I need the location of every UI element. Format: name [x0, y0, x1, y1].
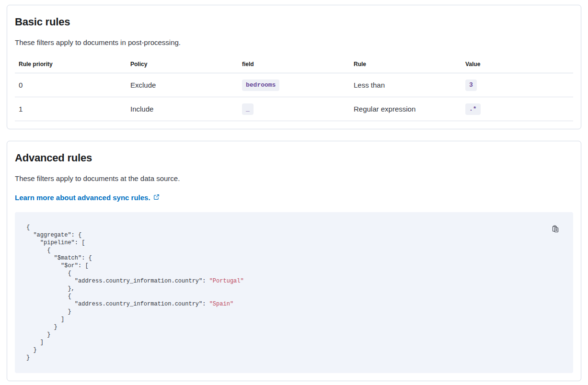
column-header-rule-priority: Rule priority [15, 60, 127, 73]
column-header-rule: Rule [350, 60, 461, 73]
copy-button[interactable] [551, 224, 560, 234]
code-line: "address.country_information.country": "… [26, 300, 562, 308]
code-line: { [26, 270, 562, 277]
advanced-rules-code-block: { "aggregate": { "pipeline": [ { "$match… [15, 212, 573, 373]
cell-policy: Include [127, 97, 238, 121]
basic-rules-table: Rule priorityPolicyfieldRuleValue 0Exclu… [15, 60, 573, 121]
cell-value: 3 [461, 73, 573, 97]
code-string-value: "Spain" [209, 301, 233, 307]
advanced-sync-rules-link-label: Learn more about advanced sync rules. [15, 192, 150, 203]
code-line: } [26, 346, 562, 354]
table-row: 0ExcludebedroomsLess than3 [15, 73, 573, 97]
copy-icon [552, 225, 559, 233]
field-code-badge: _ [242, 103, 254, 115]
code-line: "aggregate": { [26, 231, 562, 239]
cell-rule: Regular expression [350, 97, 461, 121]
cell-rule-priority: 0 [15, 73, 127, 97]
cell-rule: Less than [350, 73, 461, 97]
column-header-field: field [238, 60, 350, 73]
code-line: "$or": [ [26, 262, 562, 270]
code-line: "$match": { [26, 254, 562, 262]
value-code-badge: 3 [465, 79, 477, 91]
code-line: { [26, 247, 562, 254]
code-line: ] [26, 339, 562, 346]
code-line: "address.country_information.country": "… [26, 277, 562, 285]
field-code-badge: bedrooms [242, 79, 279, 91]
column-header-value: Value [461, 60, 573, 73]
table-row: 1Include_Regular expression.* [15, 97, 573, 121]
code-line: } [26, 308, 562, 316]
cell-policy: Exclude [127, 73, 238, 97]
code-line: "pipeline": [ [26, 239, 562, 247]
value-code-badge: .* [465, 103, 481, 115]
cell-field: bedrooms [238, 73, 350, 97]
sync-rules-page: Basic rules These filters apply to docum… [0, 0, 588, 385]
external-link-icon [153, 192, 160, 203]
code-line: } [26, 331, 562, 339]
advanced-rules-description: These filters apply to documents at the … [15, 173, 573, 183]
basic-rules-panel: Basic rules These filters apply to docum… [7, 5, 581, 129]
code-line: }, [26, 285, 562, 293]
code-line: { [26, 293, 562, 300]
advanced-sync-rules-link[interactable]: Learn more about advanced sync rules. [15, 192, 160, 203]
column-header-policy: Policy [127, 60, 238, 73]
cell-field: _ [238, 97, 350, 121]
code-content: { "aggregate": { "pipeline": [ { "$match… [26, 224, 562, 362]
table-header-row: Rule priorityPolicyfieldRuleValue [15, 60, 573, 73]
code-string-value: "Portugal" [209, 278, 244, 284]
code-line: { [26, 224, 562, 231]
cell-value: .* [461, 97, 573, 121]
cell-rule-priority: 1 [15, 97, 127, 121]
code-line: ] [26, 316, 562, 323]
code-line: } [26, 354, 562, 362]
advanced-rules-panel: Advanced rules These filters apply to do… [7, 141, 581, 381]
code-line: } [26, 323, 562, 331]
advanced-rules-title: Advanced rules [15, 151, 573, 165]
basic-rules-title: Basic rules [15, 15, 573, 29]
basic-rules-description: These filters apply to documents in post… [15, 37, 573, 47]
